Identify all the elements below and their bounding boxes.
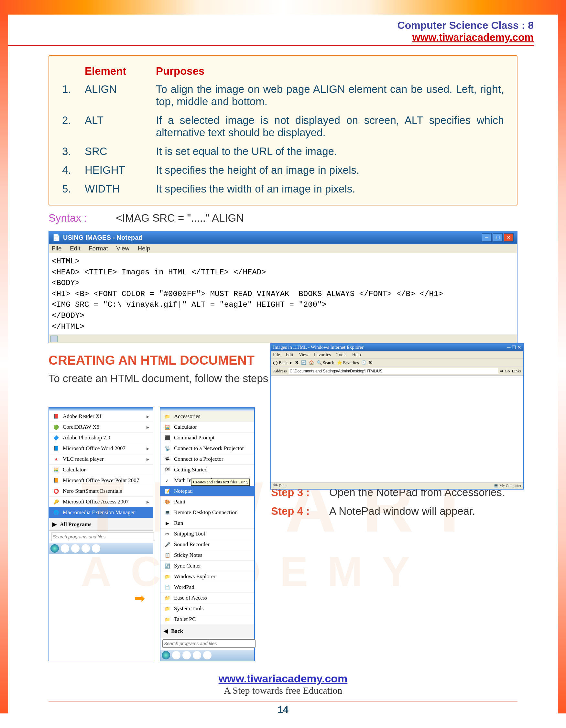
start-item[interactable]: ⭕Nero StartSmart Essentials [49, 486, 153, 497]
accessory-item[interactable]: 📄WordPad [161, 582, 254, 593]
ie-menu-view[interactable]: View [299, 352, 308, 357]
start-orb-icon[interactable] [162, 651, 170, 659]
macromedia-icon: 🌐 [52, 509, 60, 516]
start-menu-1: 📕Adobe Reader XI▸ 🟢CorelDRAW X5▸ 🔷Adobe … [49, 407, 153, 661]
start-item[interactable]: 🔑Microsoft Office Access 2007▸ [49, 497, 153, 507]
row-el: ALIGN [82, 80, 153, 111]
notepad-textarea[interactable]: <HTML> <HEAD> <TITLE> Images in HTML </T… [49, 253, 517, 335]
address-input[interactable] [289, 368, 498, 374]
footer-link[interactable]: www.tiwariacademy.com [0, 672, 566, 685]
start-item[interactable]: 🔷Adobe Photoshop 7.0 [49, 433, 153, 443]
minimize-button[interactable]: ─ [482, 233, 492, 242]
start-item-highlighted[interactable]: 🌐Macromedia Extension Manager [49, 507, 153, 518]
menu-file[interactable]: File [52, 245, 62, 252]
start-menu-screenshots: 📕Adobe Reader XI▸ 🟢CorelDRAW X5▸ 🔷Adobe … [49, 407, 255, 661]
mail-icon[interactable]: ✉ [369, 360, 372, 365]
folder-icon: 📁 [164, 413, 171, 420]
accessory-item[interactable]: ✂Snipping Tool [161, 529, 254, 539]
ie-menu-edit[interactable]: Edit [285, 352, 293, 357]
close-button[interactable]: ✕ [504, 233, 514, 242]
photoshop-icon: 🔷 [52, 434, 60, 441]
explorer-icon[interactable] [71, 544, 80, 553]
accessory-item[interactable]: 💻Remote Desktop Connection [161, 507, 254, 518]
start-item[interactable]: 📙Microsoft Office PowerPoint 2007 [49, 475, 153, 486]
accessory-item[interactable]: 📁Windows Explorer [161, 571, 254, 582]
all-programs-button[interactable]: ▶All Programs [49, 518, 153, 530]
accessory-item[interactable]: 📽Connect to a Projector [161, 454, 254, 465]
favorites-button[interactable]: ⭐ Favorites [337, 360, 359, 365]
address-label: Address [273, 369, 287, 374]
header-link[interactable]: www.tiwariacademy.com [0, 31, 534, 43]
ie-navbar: ◯ Back ▸ ✖ 🔄 🏠 🔍 Search ⭐ Favorites 🕗 ✉ [271, 359, 523, 367]
notepad-tooltip: Creates and edits text files using [191, 479, 250, 486]
step-text: A NotePad window will appear. [329, 505, 517, 517]
ie-menu-help[interactable]: Help [352, 352, 361, 357]
ie-menu-file[interactable]: File [273, 352, 280, 357]
th-element: Element [82, 62, 153, 80]
ie-titlebar[interactable]: Images in HTML - Windows Internet Explor… [271, 344, 523, 351]
start-item[interactable]: 📕Adobe Reader XI▸ [49, 411, 153, 422]
ie-icon[interactable] [61, 544, 69, 553]
accessory-item[interactable]: 📡Connect to a Network Projector [161, 443, 254, 454]
syntax-label: Syntax : [49, 212, 87, 224]
calculator-icon: 🧮 [52, 466, 60, 473]
footer-tagline: A Step towards free Education [0, 685, 566, 696]
accessory-item[interactable]: 📁System Tools [161, 603, 254, 614]
page-header: Computer Science Class : 8 www.tiwariaca… [0, 15, 566, 43]
row-purpose: To align the image on web page ALIGN ele… [153, 80, 507, 111]
search-input[interactable] [51, 533, 154, 541]
notepad-window: 📄USING IMAGES - Notepad ─ ☐ ✕ File Edit … [49, 231, 517, 343]
accessory-item[interactable]: ⬛Command Prompt [161, 433, 254, 443]
accessory-item[interactable]: 🔄Sync Center [161, 561, 254, 571]
accessory-item[interactable]: 📁Tablet PC [161, 614, 254, 625]
history-icon[interactable]: 🕗 [361, 360, 366, 365]
notepad-scrollbar[interactable] [49, 335, 517, 343]
accessory-item[interactable]: 🎨Paint [161, 497, 254, 507]
notepad-item-highlighted[interactable]: 📝Notepad [161, 486, 254, 497]
back-button[interactable]: ◯ Back [273, 360, 287, 365]
accessory-item[interactable]: ▶Run [161, 518, 254, 529]
home-icon[interactable]: 🏠 [309, 360, 314, 365]
notepad-titlebar[interactable]: 📄USING IMAGES - Notepad ─ ☐ ✕ [49, 231, 517, 244]
links-button[interactable]: Links [512, 369, 521, 374]
forward-button[interactable]: ▸ [290, 360, 292, 365]
search-input[interactable] [162, 639, 256, 648]
taskbar [161, 650, 254, 661]
access-icon: 🔑 [52, 498, 60, 505]
accessory-item[interactable]: 📋Sticky Notes [161, 550, 254, 561]
maximize-button[interactable]: ☐ [493, 233, 503, 242]
menu-format[interactable]: Format [89, 245, 108, 252]
accessory-item[interactable]: 📁Ease of Access [161, 593, 254, 603]
search-button[interactable]: 🔍 Search [316, 360, 334, 365]
accessory-item[interactable]: 🎤Sound Recorder [161, 539, 254, 550]
syntax-code: <IMAG SRC = "....." ALIGN [116, 212, 244, 224]
menu-help[interactable]: Help [138, 245, 150, 252]
ie-address-bar: Address ➡ Go Links [271, 367, 523, 376]
stop-icon[interactable]: ✖ [295, 360, 298, 365]
pointer-arrow-icon: ➡ [134, 591, 145, 606]
notepad-menubar: File Edit Format View Help [49, 244, 517, 253]
menu-view[interactable]: View [116, 245, 129, 252]
back-button[interactable]: ◀Back [161, 625, 254, 637]
start-item[interactable]: 🔺VLC media player▸ [49, 454, 153, 465]
start-item[interactable]: 🟢CorelDRAW X5▸ [49, 422, 153, 433]
nero-icon: ⭕ [52, 488, 60, 495]
ie-window-buttons[interactable]: ─ ☐ ✕ [507, 345, 521, 350]
start-orb-icon[interactable] [50, 544, 59, 553]
accessories-folder[interactable]: 📁Accessories [161, 411, 254, 422]
ie-menu-tools[interactable]: Tools [336, 352, 346, 357]
start-menu-2: 📁Accessories 🧮Calculator ⬛Command Prompt… [160, 407, 255, 661]
vlc-icon: 🔺 [52, 456, 60, 463]
syntax-line: Syntax : <IMAG SRC = "....." ALIGN [49, 212, 517, 224]
adobe-reader-icon: 📕 [52, 413, 60, 420]
start-item[interactable]: 📘Microsoft Office Word 2007▸ [49, 443, 153, 454]
ie-menu-favorites[interactable]: Favorites [314, 352, 331, 357]
refresh-icon[interactable]: 🔄 [301, 360, 306, 365]
scroll-thumb[interactable] [50, 336, 58, 342]
start-item[interactable]: 🧮Calculator [49, 465, 153, 475]
go-button[interactable]: ➡ Go [500, 369, 510, 374]
accessory-item[interactable]: 🧮Calculator [161, 422, 254, 433]
accessory-item[interactable]: 🏁Getting Started [161, 465, 254, 475]
page-footer: www.tiwariacademy.com A Step towards fre… [0, 672, 566, 715]
menu-edit[interactable]: Edit [70, 245, 81, 252]
